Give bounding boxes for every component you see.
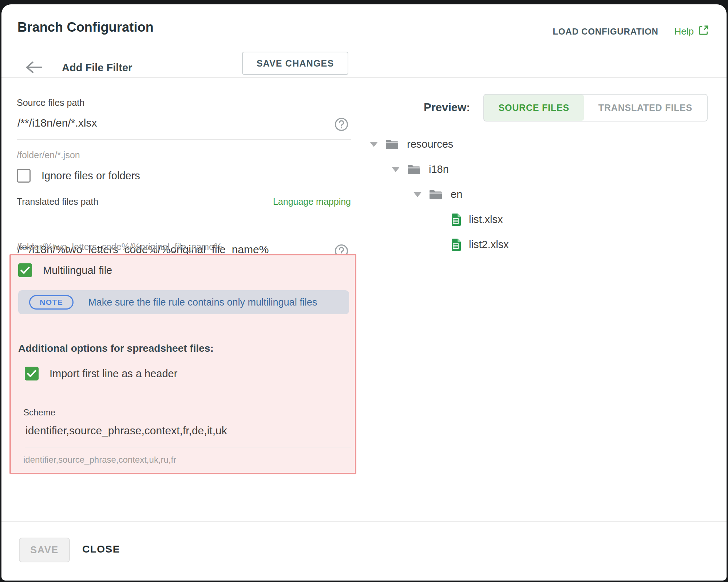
preview-tab-source-files[interactable]: SOURCE FILES	[484, 95, 584, 121]
source-files-path-row	[17, 112, 351, 140]
preview-tab-translated-files[interactable]: TRANSLATED FILES	[584, 95, 707, 121]
folder-icon	[407, 164, 421, 175]
subheader: Add File Filter	[25, 58, 132, 77]
caret-down-icon[interactable]	[414, 192, 422, 197]
ignore-files-checkbox-row[interactable]: Ignore files or folders	[17, 169, 140, 183]
source-files-path-hint: /folder/en/*.json	[17, 150, 80, 160]
translated-files-path-hint: /folder/%two_letters_code%/%original_fil…	[17, 242, 222, 252]
back-button[interactable]	[25, 60, 43, 75]
import-header-checkbox[interactable]	[25, 367, 39, 380]
arrow-left-icon	[25, 60, 43, 75]
language-mapping-link[interactable]: Language mapping	[273, 196, 351, 207]
tree-item-name: resources	[407, 138, 453, 150]
load-configuration-button[interactable]: LOAD CONFIGURATION	[553, 27, 658, 37]
caret-down-icon[interactable]	[370, 142, 378, 147]
tree-item-name: list.xlsx	[469, 214, 503, 226]
translated-files-path-label: Translated files path	[17, 196, 98, 207]
tree-item-name: list2.xlsx	[469, 239, 509, 251]
header-divider	[1, 77, 727, 78]
multilingual-checkbox[interactable]	[18, 263, 32, 277]
preview-toggle-group: SOURCE FILESTRANSLATED FILES	[483, 94, 708, 121]
file-tree: resourcesi18nenlist.xlsxlist2.xlsx	[370, 132, 509, 257]
help-link[interactable]: Help	[674, 25, 709, 38]
page-title: Branch Configuration	[17, 20, 154, 35]
tree-row-en[interactable]: en	[370, 182, 509, 207]
scheme-row	[25, 420, 351, 447]
note-bar: NOTE Make sure the file rule contains on…	[18, 290, 349, 314]
multilingual-checkbox-row[interactable]: Multilingual file	[18, 263, 112, 277]
multilingual-highlight-section: Multilingual file NOTE Make sure the fil…	[9, 254, 356, 474]
branch-configuration-dialog: Branch Configuration LOAD CONFIGURATION …	[1, 4, 727, 581]
tree-row-resources[interactable]: resources	[370, 132, 509, 157]
tree-row-list.xlsx[interactable]: list.xlsx	[370, 207, 509, 232]
help-circle-icon[interactable]	[334, 117, 349, 133]
spreadsheet-file-icon	[451, 239, 461, 251]
tree-item-name: en	[451, 188, 462, 200]
external-link-icon	[698, 25, 709, 38]
note-text: Make sure the file rule contains only mu…	[88, 297, 317, 308]
scheme-input[interactable]	[25, 420, 351, 447]
folder-icon	[385, 139, 399, 150]
spreadsheet-file-icon	[451, 214, 461, 226]
tree-item-name: i18n	[429, 163, 449, 175]
caret-down-icon[interactable]	[392, 167, 400, 172]
import-header-checkbox-row[interactable]: Import first line as a header	[25, 367, 177, 380]
note-badge: NOTE	[29, 295, 74, 310]
subheader-title: Add File Filter	[62, 62, 132, 74]
multilingual-label: Multilingual file	[43, 264, 112, 276]
save-changes-button[interactable]: SAVE CHANGES	[242, 52, 348, 75]
preview-header: Preview: SOURCE FILESTRANSLATED FILES	[424, 94, 708, 121]
folder-icon	[429, 189, 443, 200]
close-button[interactable]: CLOSE	[82, 543, 120, 555]
ignore-files-label: Ignore files or folders	[41, 170, 140, 182]
ignore-files-checkbox[interactable]	[17, 169, 31, 183]
scheme-label: Scheme	[23, 407, 55, 418]
source-files-path-input[interactable]	[17, 112, 351, 140]
header-actions: LOAD CONFIGURATION Help	[553, 25, 709, 38]
source-files-path-label: Source files path	[17, 97, 84, 108]
import-header-label: Import first line as a header	[50, 368, 177, 380]
scheme-hint: identifier,source_phrase,context,uk,ru,f…	[23, 455, 176, 465]
tree-row-list2.xlsx[interactable]: list2.xlsx	[370, 232, 509, 257]
tree-row-i18n[interactable]: i18n	[370, 157, 509, 182]
help-link-label: Help	[674, 26, 694, 37]
preview-label: Preview:	[424, 101, 470, 114]
footer-divider	[1, 521, 727, 522]
translated-files-path-label-row: Translated files path Language mapping	[17, 196, 351, 207]
save-button[interactable]: SAVE	[19, 538, 70, 562]
spreadsheet-options-heading: Additional options for spreadsheet files…	[18, 343, 214, 354]
